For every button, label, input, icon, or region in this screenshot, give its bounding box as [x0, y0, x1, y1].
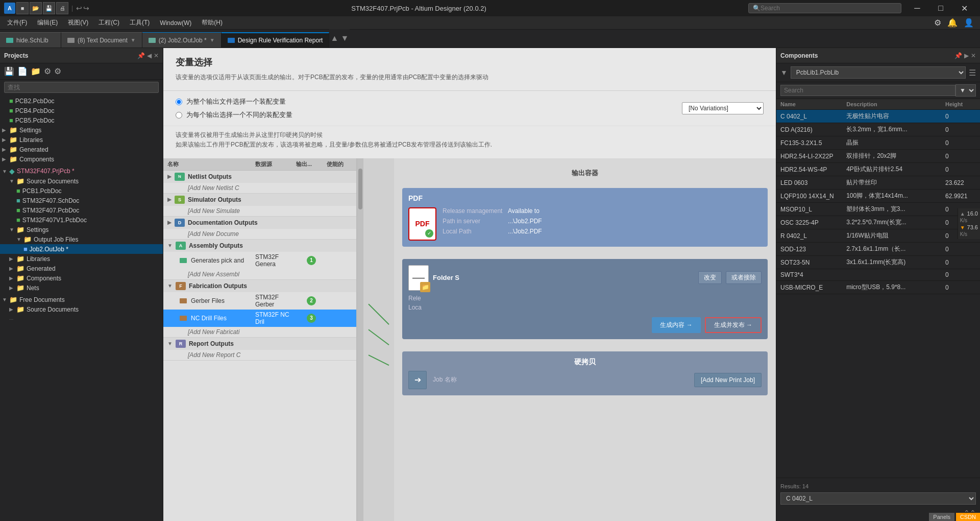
tree-free-sourcedocs[interactable]: ▶ 📁 Source Documents: [0, 304, 163, 314]
menu-project[interactable]: 工程(C): [93, 16, 125, 30]
radio-option2[interactable]: 为每个输出选择一个不同的装配变量: [176, 110, 674, 120]
comp-selected-dropdown[interactable]: C 0402_L: [780, 492, 976, 505]
tree-pcb2[interactable]: ■ PCB2.PcbDoc: [0, 96, 163, 106]
tree-stm32v1pcbdoc[interactable]: ■ STM32F407V1.PcbDoc: [0, 215, 163, 225]
group-report-header[interactable]: ▼ R Report Outputs: [163, 338, 356, 350]
folder-change-btn[interactable]: 改变: [698, 271, 722, 284]
proj-save-icon[interactable]: 💾: [4, 66, 14, 76]
variation-dropdown[interactable]: [No Variations]: [682, 102, 764, 114]
tab-scroll-down[interactable]: ▼: [339, 29, 350, 48]
comp-row-lqfp100[interactable]: LQFP100 14X14_N 100脚，体宽14x14m... 62.9921: [776, 190, 980, 203]
add-doc-item[interactable]: [Add New Docume: [163, 229, 356, 239]
radio-option1[interactable]: 为整个输出文件选择一个装配变量: [176, 97, 674, 106]
tree-libraries-1[interactable]: ▶ 📁 Libraries: [0, 135, 163, 145]
generate-publish-btn[interactable]: 生成并发布 →: [705, 317, 762, 333]
proj-config-icon[interactable]: ⚙: [44, 66, 51, 76]
output-item-gerber[interactable]: Gerber Files STM32F Gerber 2: [163, 292, 356, 310]
tree-components-1[interactable]: ▶ 📁 Components: [0, 154, 163, 164]
comp-row-hdr254ws[interactable]: HDR2.54-WS-4P 4P卧式贴片排针2.54 0: [776, 163, 980, 176]
comp-row-sod123[interactable]: SOD-123 2.7x1.6x1.1mm（长... 0: [776, 243, 980, 256]
tree-components-2[interactable]: ▶ 📁 Components: [0, 273, 163, 283]
print-btn[interactable]: 🖨: [56, 2, 68, 14]
radio-option2-input[interactable]: [176, 112, 182, 119]
new-btn[interactable]: ■: [16, 2, 29, 14]
project-search-input[interactable]: [4, 82, 159, 93]
components-close-icon[interactable]: ✕: [971, 52, 976, 59]
add-simulator-item[interactable]: [Add New Simulate: [163, 206, 356, 216]
menu-window[interactable]: Window(W): [155, 16, 197, 30]
radio-option1-input[interactable]: [176, 99, 182, 105]
add-fabrication-item[interactable]: [Add New Fabricati: [163, 327, 356, 337]
comp-row-c0402l[interactable]: C 0402_L 无极性贴片电容 0: [776, 110, 980, 123]
group-doc-header[interactable]: ▶ D Documentation Outputs: [163, 217, 356, 229]
menu-tools[interactable]: 工具(T): [125, 16, 155, 30]
undo-btn[interactable]: ↩: [76, 4, 82, 12]
collapse-panel-icon[interactable]: ◀: [147, 52, 152, 59]
tree-libraries-2[interactable]: ▶ 📁 Libraries: [0, 254, 163, 264]
proj-settings-icon[interactable]: ⚙: [54, 66, 61, 76]
add-report-item[interactable]: [Add New Report C: [163, 350, 356, 360]
comp-row-swt3x4[interactable]: SWT3*4 0: [776, 269, 980, 281]
tree-nets[interactable]: ▶ 📁 Nets: [0, 283, 163, 293]
comp-row-fc135[interactable]: FC135-3.2X1.5 晶振 0: [776, 136, 980, 150]
output-list-scrollbar[interactable]: [357, 158, 363, 521]
component-search-input[interactable]: [780, 85, 955, 96]
tab-textdoc-arrow[interactable]: ▼: [131, 37, 136, 43]
output-item-ncdrill[interactable]: NC Drill Files STM32F NC Dril 3: [163, 310, 356, 327]
folder-remove-btn[interactable]: 或者接除: [726, 271, 762, 284]
comp-filter-icon[interactable]: ▼: [780, 68, 788, 77]
tree-generated-1[interactable]: ▶ 📁 Generated: [0, 145, 163, 154]
pin-icon[interactable]: 📌: [137, 52, 145, 59]
tree-pcb1[interactable]: ■ PCB1.PcbDoc: [0, 186, 163, 196]
tab-hideschlib[interactable]: hide.SchLib: [0, 32, 61, 48]
generate-content-btn[interactable]: 生成内容 →: [652, 317, 700, 333]
comp-row-sot235n[interactable]: SOT23-5N 3x1.6x1.1mm(长宽高) 0: [776, 256, 980, 269]
library-selector[interactable]: PcbLib1.PcbLib: [791, 66, 966, 79]
menu-help[interactable]: 帮助(H): [197, 16, 228, 30]
menu-file[interactable]: 文件(F): [2, 16, 32, 30]
profile-icon[interactable]: 👤: [964, 18, 974, 28]
title-search-box[interactable]: 🔍: [748, 3, 901, 13]
menu-view[interactable]: 视图(V): [63, 16, 93, 30]
proj-open-icon[interactable]: 📁: [31, 66, 41, 76]
close-button[interactable]: ✕: [952, 0, 976, 16]
save-btn[interactable]: 💾: [43, 2, 55, 14]
output-item-pickplace[interactable]: Generates pick and STM32F Genera 1: [163, 252, 356, 269]
comp-row-usbmicro[interactable]: USB-MICRO_E micro型USB，5.9*8... 0: [776, 281, 980, 294]
output-list-scrollthumb[interactable]: [358, 169, 362, 209]
tab-textdoc[interactable]: (8) Text Document ▼: [61, 32, 142, 48]
close-panel-icon[interactable]: ✕: [154, 52, 159, 59]
group-netlist-header[interactable]: ▶ N Netlist Outputs: [163, 171, 356, 183]
tree-stm32schdoc[interactable]: ■ STM32F407.SchDoc: [0, 196, 163, 205]
menu-edit[interactable]: 编辑(E): [32, 16, 63, 30]
tree-stm32-project[interactable]: ▼ ◆ STM32F407.PrjPcb *: [0, 166, 163, 176]
comp-row-msop10[interactable]: MSOP10_L 塑封体长3mm，宽3... 0: [776, 203, 980, 216]
group-fab-header[interactable]: ▼ F Fabrication Outputs: [163, 280, 356, 292]
notifications-icon[interactable]: 🔔: [947, 18, 958, 28]
maximize-button[interactable]: □: [929, 0, 952, 16]
tree-generated-2[interactable]: ▶ 📁 Generated: [0, 264, 163, 273]
open-btn[interactable]: 📂: [30, 2, 42, 14]
minimize-button[interactable]: ─: [905, 0, 929, 16]
add-print-job-btn[interactable]: [Add New Print Job]: [694, 373, 762, 387]
comp-row-r0402l[interactable]: R 0402_L 1/16W贴片电阻 0: [776, 229, 980, 243]
tab-designrule[interactable]: Design Rule Verification Report: [222, 32, 330, 48]
tree-free-docs[interactable]: ▼ 📁 Free Documents: [0, 295, 163, 304]
components-pin-icon[interactable]: 📌: [954, 52, 962, 59]
tab-scroll-up[interactable]: ▲: [329, 29, 339, 48]
components-collapse-icon[interactable]: ▶: [964, 52, 969, 59]
comp-menu-icon[interactable]: ☰: [969, 68, 976, 78]
tab-outjob-arrow[interactable]: ▼: [210, 37, 215, 43]
panels-button[interactable]: Panels: [929, 513, 954, 521]
redo-btn[interactable]: ↪: [83, 4, 89, 12]
tree-pcb5[interactable]: ■ PCB5.PcbDoc: [0, 115, 163, 125]
comp-row-hdr254li[interactable]: HDR2.54-LI-2X22P 双排排针，20x2脚 0: [776, 150, 980, 163]
proj-new-icon[interactable]: 📄: [17, 66, 28, 76]
comp-row-cda3216[interactable]: CD A(3216) 长3.2mm，宽1.6mm... 0: [776, 123, 980, 136]
add-assembly-item[interactable]: [Add New Assembl: [163, 269, 356, 279]
add-netlist-item[interactable]: [Add New Netlist C: [163, 183, 356, 193]
tree-job2outjob[interactable]: ■ Job2.OutJob *: [0, 244, 163, 254]
tree-stm32pcbdoc[interactable]: ■ STM32F407.PcbDoc: [0, 205, 163, 215]
settings-icon[interactable]: ⚙: [934, 18, 941, 28]
group-assembly-header[interactable]: ▼ A Assembly Outputs: [163, 240, 356, 252]
